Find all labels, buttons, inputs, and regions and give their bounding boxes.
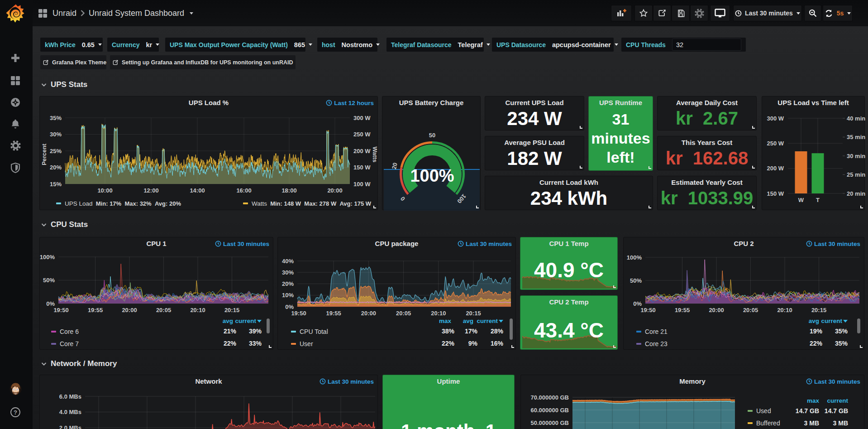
- svg-text:200 W: 200 W: [353, 148, 371, 154]
- svg-text:250 W: 250 W: [353, 131, 371, 138]
- svg-text:50: 50: [429, 132, 435, 139]
- svg-text:20:00: 20:00: [709, 307, 724, 313]
- svg-text:10:00: 10:00: [97, 187, 112, 194]
- svg-text:Percent: Percent: [41, 143, 48, 165]
- svg-text:16:00: 16:00: [236, 187, 251, 194]
- svg-text:100%: 100%: [40, 254, 55, 260]
- svg-text:50.000000 GB: 50.000000 GB: [530, 419, 569, 426]
- svg-text:25%: 25%: [50, 148, 62, 154]
- svg-text:0%: 0%: [633, 300, 642, 307]
- svg-text:60.000000 GB: 60.000000 GB: [530, 407, 569, 414]
- svg-text:25 min: 25 min: [847, 171, 865, 178]
- svg-text:50%: 50%: [43, 277, 55, 284]
- svg-text:19:50: 19:50: [291, 310, 306, 317]
- svg-text:250 W: 250 W: [767, 140, 784, 147]
- svg-text:20:00: 20:00: [327, 187, 342, 194]
- svg-text:2.0 MBs: 2.0 MBs: [59, 424, 81, 429]
- svg-text:30 min: 30 min: [847, 153, 865, 159]
- svg-text:20%: 20%: [50, 164, 62, 171]
- svg-text:150 W: 150 W: [353, 164, 371, 171]
- svg-text:50%: 50%: [630, 277, 642, 284]
- svg-text:20:15: 20:15: [811, 307, 826, 313]
- svg-text:19:55: 19:55: [88, 307, 103, 313]
- svg-text:20%: 20%: [282, 280, 294, 287]
- svg-text:0%: 0%: [285, 304, 294, 310]
- svg-text:100 W: 100 W: [353, 181, 371, 188]
- svg-text:20:05: 20:05: [156, 307, 171, 313]
- svg-text:100%: 100%: [627, 254, 642, 261]
- svg-text:?: ?: [14, 409, 17, 416]
- svg-text:40%: 40%: [282, 258, 294, 265]
- svg-text:20:00: 20:00: [361, 310, 376, 317]
- svg-text:300 W: 300 W: [767, 115, 784, 122]
- svg-text:30%: 30%: [50, 131, 62, 138]
- svg-text:20:10: 20:10: [431, 310, 446, 317]
- svg-text:20:15: 20:15: [466, 310, 481, 317]
- svg-text:20:15: 20:15: [224, 307, 239, 313]
- svg-text:150 W: 150 W: [767, 190, 784, 197]
- svg-text:70.000000 GB: 70.000000 GB: [530, 394, 569, 401]
- svg-text:19:50: 19:50: [53, 307, 68, 313]
- svg-text:6.0 MBs: 6.0 MBs: [59, 393, 81, 400]
- svg-text:35 min: 35 min: [847, 134, 865, 140]
- svg-text:20:10: 20:10: [777, 307, 792, 313]
- svg-text:100%: 100%: [410, 166, 454, 185]
- svg-text:15%: 15%: [50, 181, 62, 188]
- svg-text:19:50: 19:50: [640, 307, 655, 313]
- svg-text:12:00: 12:00: [143, 187, 158, 194]
- svg-text:W: W: [798, 197, 804, 203]
- svg-text:10%: 10%: [282, 292, 294, 299]
- svg-text:20: 20: [391, 162, 399, 170]
- svg-text:14:00: 14:00: [190, 187, 205, 194]
- svg-text:30%: 30%: [282, 269, 294, 276]
- svg-text:19:55: 19:55: [675, 307, 690, 313]
- svg-text:4.0 MBs: 4.0 MBs: [59, 409, 81, 415]
- svg-text:35%: 35%: [50, 115, 62, 121]
- svg-text:0%: 0%: [46, 300, 55, 307]
- svg-text:20 min: 20 min: [847, 190, 865, 197]
- svg-text:300 W: 300 W: [353, 115, 371, 121]
- svg-text:18:00: 18:00: [281, 187, 296, 194]
- svg-text:20:05: 20:05: [396, 310, 411, 317]
- svg-text:40 min: 40 min: [847, 115, 865, 122]
- svg-text:20:10: 20:10: [190, 307, 205, 313]
- svg-text:Watts: Watts: [372, 147, 378, 163]
- svg-text:19:55: 19:55: [326, 310, 341, 317]
- svg-text:20:05: 20:05: [743, 307, 758, 313]
- svg-text:200 W: 200 W: [767, 165, 784, 172]
- svg-text:T: T: [816, 197, 820, 203]
- svg-text:20:00: 20:00: [122, 307, 137, 313]
